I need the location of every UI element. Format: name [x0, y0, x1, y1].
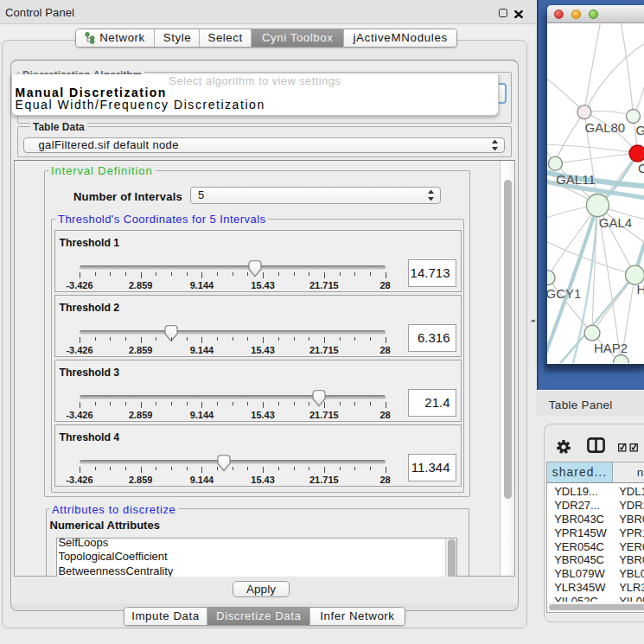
svg-text:GAL4: GAL4 [598, 214, 631, 229]
svg-text:GA: GA [635, 122, 644, 137]
svg-text:GAL11: GAL11 [556, 171, 596, 186]
svg-text:GAL80: GAL80 [584, 119, 625, 134]
svg-text:H: H [636, 282, 644, 296]
svg-text:HAP2: HAP2 [593, 341, 627, 355]
svg-text:GCY1: GCY1 [547, 286, 581, 301]
svg-text:C: C [638, 160, 644, 175]
